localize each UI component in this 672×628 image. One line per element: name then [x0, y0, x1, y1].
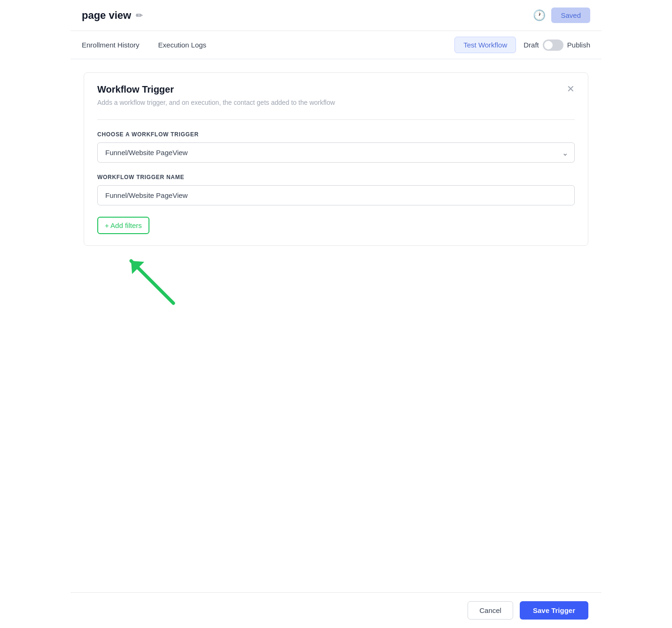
clock-icon[interactable]: 🕐: [533, 9, 546, 22]
section-divider: [97, 119, 575, 120]
top-bar-right: 🕐 Saved: [533, 8, 590, 23]
close-icon[interactable]: ✕: [567, 84, 575, 94]
execution-logs-link[interactable]: Execution Logs: [158, 41, 207, 49]
trigger-header: Workflow Trigger ✕: [97, 84, 575, 95]
toggle-slider: [543, 39, 563, 51]
publish-label: Publish: [567, 41, 590, 49]
trigger-title: Workflow Trigger: [97, 84, 174, 95]
main-content: Workflow Trigger ✕ Adds a workflow trigg…: [70, 59, 602, 259]
trigger-name-label: WORKFLOW TRIGGER NAME: [97, 174, 575, 181]
nav-right: Test Workflow Draft Publish: [454, 37, 590, 53]
trigger-select-wrapper: Funnel/Website PageView ⌄: [97, 142, 575, 163]
draft-publish-toggle: Draft Publish: [524, 39, 590, 51]
draft-publish-switch[interactable]: [543, 39, 563, 51]
choose-trigger-label: CHOOSE A WORKFLOW TRIGGER: [97, 131, 575, 138]
enrollment-history-link[interactable]: Enrollment History: [82, 41, 140, 49]
bottom-bar: Cancel Save Trigger: [70, 592, 602, 628]
save-trigger-button[interactable]: Save Trigger: [520, 601, 588, 620]
saved-button[interactable]: Saved: [551, 8, 590, 23]
test-workflow-button[interactable]: Test Workflow: [454, 37, 516, 53]
top-bar-left: page view ✏: [82, 9, 143, 22]
annotation-arrow: [122, 251, 178, 310]
top-bar: page view ✏ 🕐 Saved: [70, 0, 602, 31]
edit-icon[interactable]: ✏: [136, 10, 143, 21]
page-title: page view: [82, 9, 131, 22]
trigger-panel: Workflow Trigger ✕ Adds a workflow trigg…: [84, 72, 588, 246]
cancel-button[interactable]: Cancel: [468, 601, 513, 620]
trigger-name-input[interactable]: [97, 185, 575, 205]
nav-links: Enrollment History Execution Logs: [82, 41, 206, 49]
nav-bar: Enrollment History Execution Logs Test W…: [70, 31, 602, 59]
trigger-subtitle: Adds a workflow trigger, and on executio…: [97, 99, 575, 106]
add-filters-button[interactable]: + Add filters: [97, 217, 149, 234]
draft-label: Draft: [524, 41, 539, 49]
trigger-select[interactable]: Funnel/Website PageView: [97, 142, 575, 163]
